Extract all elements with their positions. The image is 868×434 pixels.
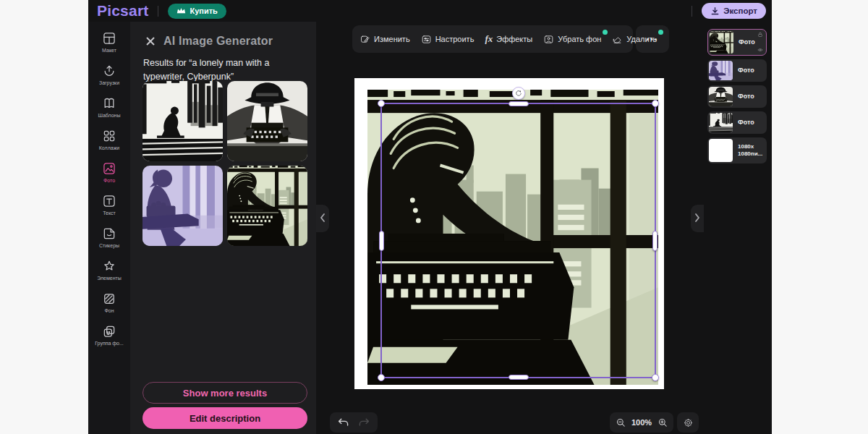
- sidebar-item-label: Элементы: [97, 276, 122, 281]
- edit-button[interactable]: Изменить: [359, 34, 410, 45]
- result-thumbnail-1[interactable]: [142, 81, 223, 161]
- edit-description-button[interactable]: Edit description: [142, 407, 307, 429]
- export-label: Экспорт: [723, 7, 757, 15]
- sidebar-item-templates[interactable]: Шаблоны: [89, 96, 129, 122]
- layer-label: Фото: [738, 119, 754, 127]
- redo-button[interactable]: [358, 417, 370, 427]
- sidebar-item-stickers[interactable]: Стикеры: [89, 226, 129, 252]
- result-thumbnail-4[interactable]: [227, 166, 307, 246]
- buy-button[interactable]: Купить: [168, 4, 226, 19]
- show-more-results-button[interactable]: Show more results: [142, 382, 307, 404]
- selection-handle-top-right[interactable]: [652, 100, 659, 107]
- sidebar-item-photo[interactable]: Фото: [89, 161, 129, 187]
- layer-size-line1: 1080x: [738, 143, 762, 150]
- selection-handle-top[interactable]: [509, 101, 529, 106]
- layer-label: Фото: [738, 93, 754, 101]
- settings-button[interactable]: [677, 412, 699, 433]
- sidebar-item-elements[interactable]: Элементы: [89, 259, 129, 285]
- rotate-handle[interactable]: [512, 87, 525, 100]
- sidebar-item-label: Макет: [102, 48, 116, 53]
- sidebar-item-label: Группа фо...: [95, 341, 124, 346]
- sidebar-item-label: Фон: [104, 308, 114, 313]
- effects-button[interactable]: fx Эффекты: [485, 33, 532, 45]
- zoom-level: 100%: [631, 418, 652, 427]
- adjust-button[interactable]: Настроить: [421, 34, 475, 45]
- undo-button[interactable]: [338, 417, 349, 427]
- export-button[interactable]: Экспорт: [702, 3, 766, 19]
- divider: [158, 6, 158, 17]
- selection-handle-left[interactable]: [379, 231, 384, 251]
- layer-item-5[interactable]: 1080x 1080пи...: [707, 137, 767, 163]
- results-text: Results for “a lonely man with a typewri…: [143, 56, 308, 85]
- expand-layers-tab[interactable]: [691, 205, 704, 232]
- sidebar-item-collages[interactable]: Коллажи: [89, 129, 129, 155]
- toolbar-label: Удалить: [626, 35, 657, 43]
- sidebar-item-background[interactable]: Фон: [89, 292, 129, 318]
- text-icon: [102, 194, 116, 208]
- sidebar-item-layout[interactable]: Макет: [89, 31, 129, 57]
- layer-size-line2: 1080пи...: [738, 150, 762, 158]
- fx-icon: fx: [485, 33, 493, 45]
- chevron-left-icon: [320, 212, 326, 225]
- sidebar-item-text[interactable]: Текст: [89, 194, 129, 220]
- zoom-in-button[interactable]: [658, 417, 668, 427]
- divider: [692, 6, 692, 17]
- picsart-app: Picsart Купить Экспорт Макет: [88, 0, 772, 434]
- selection-handle-bottom-left[interactable]: [378, 374, 385, 381]
- toolbar-label: Настроить: [435, 35, 475, 43]
- remove-bg-icon: [543, 34, 554, 45]
- layer-item-4[interactable]: Фото: [707, 111, 767, 134]
- remove-background-button[interactable]: Убрать фон: [543, 34, 601, 45]
- zoom-out-button[interactable]: [616, 417, 626, 427]
- toolbar-label: Эффекты: [496, 35, 532, 43]
- layer-thumbnail: [709, 61, 733, 80]
- topbar: Picsart Купить Экспорт: [88, 0, 772, 22]
- sidebar-item-uploads[interactable]: Загрузки: [89, 64, 129, 90]
- selection-handle-bottom[interactable]: [509, 375, 529, 380]
- layer-item-3[interactable]: Фото: [707, 85, 767, 108]
- sidebar-item-label: Текст: [103, 210, 116, 216]
- layers-panel: Фото Фото Фото Фото 1080x: [707, 29, 767, 163]
- lock-icon[interactable]: [757, 32, 763, 38]
- erase-button[interactable]: Удалить: [612, 34, 657, 45]
- collapse-panel-tab[interactable]: [316, 205, 329, 232]
- download-icon: [710, 7, 720, 16]
- photo-icon: [102, 161, 116, 176]
- layer-item-1[interactable]: Фото: [707, 29, 767, 56]
- toolbar-label: Изменить: [374, 35, 410, 43]
- collage-icon: [102, 129, 116, 143]
- tools-sidebar: Макет Загрузки Шаблоны Коллажи Фото Текс…: [88, 22, 130, 434]
- picsart-logo[interactable]: Picsart: [97, 2, 148, 20]
- layer-thumbnail: [709, 139, 733, 162]
- result-thumbnail-3[interactable]: [142, 166, 223, 246]
- gear-icon: [683, 417, 694, 428]
- premium-badge: [603, 30, 608, 35]
- sidebar-item-label: Фото: [103, 178, 115, 183]
- selection-handle-bottom-right[interactable]: [652, 374, 659, 381]
- selection-handle-top-left[interactable]: [378, 100, 385, 107]
- close-icon[interactable]: [145, 35, 156, 47]
- upload-icon: [102, 64, 116, 78]
- layout-icon: [102, 31, 116, 46]
- canvas-toolbar: Изменить Настроить fx Эффекты Убрать фон…: [352, 25, 633, 53]
- canvas-image[interactable]: [367, 90, 658, 385]
- background-icon: [102, 292, 116, 306]
- edit-icon: [359, 34, 370, 45]
- ai-generator-panel: AI Image Generator Results for “a lonely…: [130, 22, 316, 434]
- results-grid: [142, 81, 307, 246]
- layer-label: 1080x 1080пи...: [738, 143, 762, 158]
- layer-label: Фото: [739, 38, 755, 46]
- history-controls: [330, 412, 378, 433]
- elements-icon: [102, 259, 116, 273]
- panel-title: AI Image Generator: [163, 35, 273, 48]
- sidebar-item-photo-group[interactable]: Группа фо...: [89, 324, 129, 350]
- layer-label: Фото: [738, 67, 754, 75]
- layer-thumbnail: [710, 31, 733, 54]
- toolbar-label: Убрать фон: [558, 35, 601, 43]
- result-thumbnail-2[interactable]: [227, 81, 307, 161]
- canvas-artboard[interactable]: [354, 78, 664, 389]
- layer-thumbnail: [709, 87, 733, 106]
- eye-icon[interactable]: [757, 47, 763, 53]
- selection-handle-right[interactable]: [652, 231, 658, 251]
- layer-item-2[interactable]: Фото: [707, 59, 767, 82]
